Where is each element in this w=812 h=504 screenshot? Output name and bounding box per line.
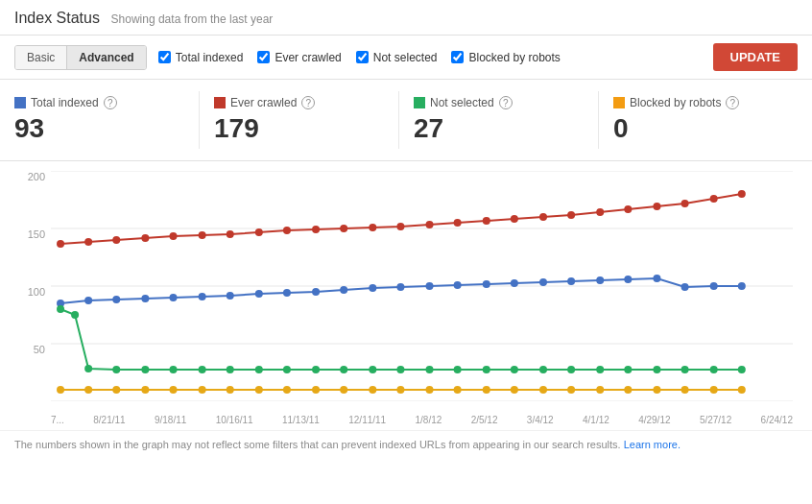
svg-point-101 [624, 386, 632, 394]
svg-point-28 [653, 203, 660, 210]
filter-total-indexed[interactable]: Total indexed [158, 51, 244, 64]
svg-point-84 [141, 386, 149, 394]
svg-point-22 [312, 226, 320, 233]
svg-point-8 [227, 230, 234, 238]
svg-point-27 [596, 208, 604, 216]
svg-point-102 [653, 386, 660, 394]
svg-point-71 [483, 366, 490, 373]
svg-point-24 [426, 221, 434, 228]
tab-group: Basic Advanced [14, 45, 147, 70]
stat-value-total-indexed: 93 [14, 113, 184, 144]
svg-point-53 [710, 282, 718, 290]
filter-not-selected[interactable]: Not selected [356, 51, 438, 64]
svg-point-40 [340, 286, 347, 294]
svg-point-35 [199, 293, 206, 300]
not-selected-color [414, 97, 425, 108]
learn-more-link[interactable]: Learn more. [624, 439, 681, 450]
svg-point-61 [199, 366, 206, 373]
svg-point-104 [710, 386, 718, 394]
svg-point-44 [454, 281, 462, 289]
svg-point-77 [653, 366, 660, 373]
not-selected-help[interactable]: ? [499, 96, 513, 109]
svg-point-68 [396, 366, 404, 373]
svg-point-9 [283, 227, 291, 234]
svg-point-105 [738, 386, 746, 394]
svg-point-39 [312, 288, 320, 296]
svg-point-55 [57, 305, 64, 313]
blocked-by-robots-help[interactable]: ? [726, 96, 739, 109]
svg-point-98 [539, 386, 547, 394]
svg-point-86 [199, 386, 206, 394]
svg-point-73 [539, 366, 547, 373]
svg-point-11 [396, 223, 404, 230]
footer-note: The numbers shown in the graph may not r… [0, 430, 812, 458]
svg-point-47 [539, 278, 547, 286]
tab-advanced[interactable]: Advanced [67, 46, 145, 69]
x-axis: 7... 8/21/11 9/18/11 10/16/11 11/13/11 1… [51, 415, 793, 425]
svg-point-21 [255, 228, 263, 236]
svg-point-36 [227, 292, 234, 300]
svg-point-81 [57, 386, 64, 394]
svg-point-25 [483, 217, 490, 225]
svg-point-70 [454, 366, 462, 373]
update-button[interactable]: UPDATE [713, 43, 798, 71]
stat-value-blocked-by-robots: 0 [613, 113, 783, 144]
stat-ever-crawled: Ever crawled ? 179 [200, 91, 399, 149]
ever-crawled-line [60, 194, 742, 244]
stat-value-not-selected: 27 [414, 113, 584, 144]
svg-point-89 [283, 386, 291, 394]
svg-point-52 [681, 283, 689, 291]
chart-area: 200 150 100 50 [0, 161, 812, 430]
page-title: Index Status [14, 10, 100, 26]
svg-point-31 [84, 297, 92, 304]
svg-point-15 [624, 205, 632, 213]
stat-blocked-by-robots: Blocked by robots ? 0 [599, 91, 798, 149]
svg-point-92 [369, 386, 376, 394]
svg-point-58 [112, 366, 120, 373]
svg-point-59 [141, 366, 149, 373]
svg-point-76 [624, 366, 632, 373]
svg-point-72 [511, 366, 518, 373]
svg-point-63 [255, 366, 263, 373]
total-indexed-color [14, 97, 26, 108]
svg-point-64 [283, 366, 291, 373]
filter-checkboxes: Total indexed Ever crawled Not selected … [158, 51, 702, 64]
blocked-by-robots-color [613, 97, 625, 108]
ever-crawled-help[interactable]: ? [301, 96, 315, 109]
stat-total-indexed: Total indexed ? 93 [14, 91, 200, 149]
stat-not-selected: Not selected ? 27 [399, 91, 599, 149]
filter-blocked-by-robots[interactable]: Blocked by robots [451, 51, 560, 64]
svg-point-29 [710, 195, 718, 203]
stat-label-blocked-by-robots: Blocked by robots ? [613, 96, 783, 109]
y-axis: 200 150 100 50 [14, 171, 45, 401]
svg-point-41 [369, 284, 376, 292]
svg-point-19 [141, 234, 149, 242]
svg-point-42 [396, 283, 404, 291]
ever-crawled-color [214, 97, 226, 108]
tab-basic[interactable]: Basic [15, 46, 67, 69]
svg-point-78 [681, 366, 689, 373]
svg-point-5 [57, 240, 64, 248]
svg-point-60 [169, 366, 177, 373]
stats-row: Total indexed ? 93 Ever crawled ? 179 No… [0, 80, 812, 161]
total-indexed-line [60, 278, 742, 303]
page-header: Index Status Showing data from the last … [0, 0, 812, 36]
filter-ever-crawled[interactable]: Ever crawled [257, 51, 341, 64]
stat-label-ever-crawled: Ever crawled ? [214, 96, 384, 109]
svg-point-12 [454, 219, 462, 227]
stat-label-not-selected: Not selected ? [414, 96, 584, 109]
svg-point-34 [169, 294, 177, 301]
svg-point-50 [624, 276, 632, 283]
svg-point-90 [312, 386, 320, 394]
toolbar: Basic Advanced Total indexed Ever crawle… [0, 36, 812, 80]
svg-point-13 [511, 215, 518, 223]
svg-point-23 [369, 224, 376, 231]
svg-point-16 [681, 200, 689, 207]
svg-point-37 [255, 290, 263, 298]
svg-point-18 [84, 238, 92, 246]
total-indexed-help[interactable]: ? [104, 96, 117, 109]
svg-point-54 [738, 282, 746, 290]
svg-point-83 [112, 386, 120, 394]
svg-point-88 [255, 386, 263, 394]
svg-point-91 [340, 386, 347, 394]
